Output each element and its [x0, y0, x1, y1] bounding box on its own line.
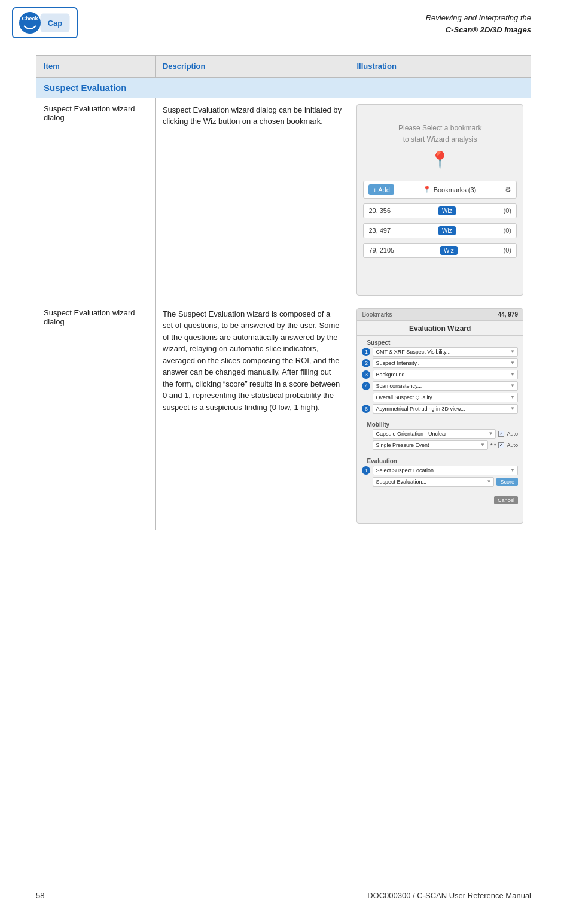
section-header-cell: Suspect Evaluation [36, 77, 531, 98]
main-content: Item Description Illustration Suspect Ev… [0, 55, 567, 566]
mobility-section-label: Mobility [362, 420, 518, 429]
dropdown-arrow: ▼ [510, 394, 515, 400]
dropdown-arrow: ▼ [510, 372, 515, 377]
row1-item: Suspect Evaluation wizard dialog [36, 98, 156, 302]
wizard-eval-row-1: 1 Select Suspect Location... ▼ [362, 466, 518, 475]
wizard-row-3: 3 Background... ▼ [362, 370, 518, 379]
table-row: Suspect Evaluation wizard dialog Suspect… [36, 98, 531, 302]
wizard-eval-row-2: 2 Suspect Evaluation... ▼ Score [362, 477, 518, 487]
svg-text:Cap: Cap [48, 19, 63, 28]
wizard-row-1: 1 CMT & XRF Suspect Visibility... ▼ [362, 347, 518, 357]
step-number-3: 3 [362, 370, 370, 379]
row2-description: The Suspect Evaluation wizard is compose… [155, 302, 349, 530]
bookmarks-toolbar: + Add 📍 Bookmarks (3) ⚙ [363, 181, 517, 199]
intensity-select[interactable]: Suspect Intensity... ▼ [373, 358, 518, 368]
row2-item: Suspect Evaluation wizard dialog [36, 302, 156, 530]
step-number-1: 1 [362, 348, 370, 356]
suspect-location-select[interactable]: Select Suspect Location... ▼ [373, 466, 518, 475]
bookmark-row-3: 79, 2105 Wiz (0) [363, 243, 517, 258]
wizard-illustration: Bookmarks 44, 979 Evaluation Wizard Susp… [356, 308, 523, 524]
wiz-button-1[interactable]: Wiz [438, 206, 456, 215]
page-number: 58 [36, 891, 44, 900]
wizard-row-6: 6 Asymmetrical Protruding in 3D view... … [362, 404, 518, 414]
auto-checkbox-2[interactable]: ✓ [498, 442, 504, 448]
row1-description: Suspect Evaluation wizard dialog can be … [155, 98, 349, 302]
step-number-2: 2 [362, 359, 370, 367]
svg-text:Check: Check [22, 16, 38, 22]
header-title: Reviewing and Interpreting the C-Scan® 2… [426, 12, 531, 35]
bookmarks-illustration: Please Select a bookmark to start Wizard… [356, 104, 523, 296]
bookmark-row-1: 20, 356 Wiz (0) [363, 203, 517, 218]
background-select[interactable]: Background... ▼ [373, 370, 518, 379]
logo-svg: Check Cap [18, 11, 72, 35]
dropdown-arrow: ▼ [510, 406, 515, 411]
dropdown-arrow: ▼ [510, 467, 515, 473]
wizard-evaluation-section: Evaluation 1 Select Suspect Location... … [357, 454, 523, 491]
bookmark-row-2: 23, 497 Wiz (0) [363, 223, 517, 238]
step-number-6: 6 [362, 405, 370, 413]
dropdown-arrow: ▼ [480, 442, 485, 448]
page-header: Check Cap Reviewing and Interpreting the… [0, 0, 567, 43]
suspect-section-label: Suspect [362, 338, 518, 347]
cancel-button[interactable]: Cancel [494, 496, 518, 504]
table-header-row: Item Description Illustration [36, 56, 531, 78]
header-title-line2: C-Scan® 2D/3D Images [446, 25, 531, 34]
wizard-row-5: 5 Overall Suspect Quality... ▼ [362, 393, 518, 402]
section-header-row: Suspect Evaluation [36, 77, 531, 98]
header-title-line1: Reviewing and Interpreting the [426, 13, 531, 22]
suspect-evaluation-select[interactable]: Suspect Evaluation... ▼ [373, 477, 494, 487]
bookmarks-count-label: 📍 Bookmarks (3) [423, 186, 477, 193]
row2-illustration: Bookmarks 44, 979 Evaluation Wizard Susp… [349, 302, 531, 530]
wizard-mobility-section: Mobility Capsule Orientation - Unclear ▼… [357, 418, 523, 454]
logo-box: Check Cap [12, 7, 78, 38]
col-header-illustration: Illustration [349, 56, 531, 78]
row1-illustration: Please Select a bookmark to start Wizard… [349, 98, 531, 302]
eval-step-1: 1 [362, 466, 370, 475]
dropdown-arrow: ▼ [510, 383, 515, 388]
capsule-orientation-select[interactable]: Capsule Orientation - Unclear ▼ [373, 429, 496, 439]
wizard-title: Evaluation Wizard [357, 321, 523, 336]
scan-consistency-select[interactable]: Scan consistency... ▼ [373, 381, 518, 391]
dropdown-arrow: ▼ [510, 349, 515, 354]
content-table: Item Description Illustration Suspect Ev… [36, 55, 531, 530]
wizard-row-2: 2 Suspect Intensity... ▼ [362, 358, 518, 368]
bookmark-placeholder-text: Please Select a bookmark to start Wizard… [398, 123, 481, 145]
page-footer: 58 DOC000300 / C-SCAN User Reference Man… [0, 885, 567, 906]
step-number-4: 4 [362, 382, 370, 390]
dropdown-arrow: ▼ [510, 360, 515, 366]
single-pressure-row: Single Pressure Event ▼ * * ✓ Auto [362, 440, 518, 450]
pressure-event-select[interactable]: Single Pressure Event ▼ [373, 440, 488, 450]
overall-quality-select[interactable]: Overall Suspect Quality... ▼ [373, 393, 518, 402]
wizard-suspect-section: Suspect 1 CMT & XRF Suspect Visibility..… [357, 336, 523, 418]
auto-checkbox-1[interactable]: ✓ [498, 431, 504, 437]
wizard-row-4: 4 Scan consistency... ▼ [362, 381, 518, 391]
table-row: Suspect Evaluation wizard dialog The Sus… [36, 302, 531, 530]
wizard-bottom-area: Cancel [357, 491, 523, 509]
col-header-description: Description [155, 56, 349, 78]
location-pin-icon: 📍 [429, 150, 450, 170]
doc-reference: DOC000300 / C-SCAN User Reference Manual [367, 891, 531, 900]
logo-area: Check Cap [12, 7, 78, 38]
dropdown-arrow: ▼ [487, 479, 492, 484]
capsule-orientation-row: Capsule Orientation - Unclear ▼ ✓ Auto [362, 429, 518, 439]
col-header-item: Item [36, 56, 156, 78]
bookmark-icon: 📍 [423, 186, 431, 193]
add-button[interactable]: + Add [368, 184, 394, 195]
asymmetrical-select[interactable]: Asymmetrical Protruding in 3D view... ▼ [373, 404, 518, 414]
dropdown-arrow: ▼ [489, 431, 493, 436]
evaluation-section-label: Evaluation [362, 457, 518, 466]
score-button[interactable]: Score [496, 478, 518, 486]
cmt-xrf-select[interactable]: CMT & XRF Suspect Visibility... ▼ [373, 347, 518, 357]
wiz-button-3[interactable]: Wiz [440, 246, 458, 255]
wiz-button-2[interactable]: Wiz [438, 226, 456, 235]
settings-icon: ⚙ [505, 186, 511, 194]
wizard-top-bar: Bookmarks 44, 979 [357, 309, 523, 321]
